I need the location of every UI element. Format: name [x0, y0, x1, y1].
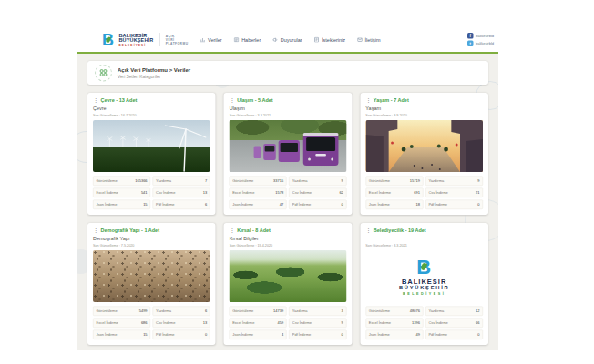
category-card-yasam[interactable]: ⋮ Yaşam - 7 Adet Yaşam Son Güncelleme : …: [360, 93, 488, 215]
platform-line3: PLATFORMU: [166, 42, 189, 46]
nav-item-istekleriniz[interactable]: İstekleriniz: [314, 37, 345, 43]
facebook-link[interactable]: f balikesirbld: [467, 33, 494, 39]
crowd-image: [93, 250, 210, 302]
stat-csv: Csv İndirme13: [153, 318, 210, 329]
kebab-menu-icon[interactable]: ⋮: [93, 97, 98, 103]
city-street-image: [365, 120, 483, 172]
stat-yazdirma: Yazdırma9: [289, 177, 346, 187]
category-card-demografik[interactable]: ⋮ Demografik Yapı - 1 Adet Demografik Ya…: [87, 223, 216, 345]
nav-label: İletişim: [365, 37, 381, 43]
kebab-menu-icon[interactable]: ⋮: [365, 228, 371, 233]
nav-label: Haberler: [241, 37, 261, 43]
categories-grid-icon: [95, 65, 112, 82]
stat-excel: Excel İndirme1578: [230, 188, 287, 198]
wind-turbines-graphic: [93, 120, 210, 172]
municipality-logo-image: B BALIKESİR BÜYÜKŞEHİR BELEDİYESİ: [365, 250, 483, 302]
stat-goruntuleme: Görüntüleme15719: [365, 177, 423, 187]
twitter-link[interactable]: t balikesirbld: [467, 41, 494, 47]
card-stats: Görüntüleme5499 Yazdırma6 Excel İndirme6…: [93, 307, 210, 340]
twitter-handle: balikesirbld: [476, 42, 494, 46]
card-stats: Görüntüleme15719 Yazdırma9 Excel İndirme…: [365, 177, 483, 210]
nav-item-iletisim[interactable]: İletişim: [357, 37, 381, 43]
stat-json: Json İndirme18: [365, 200, 423, 210]
card-title[interactable]: Yaşam - 7 Adet: [374, 97, 409, 103]
buses-graphic: [230, 120, 347, 172]
stat-csv: Csv İndirme13: [153, 188, 210, 198]
stat-json: Json İndirme15: [93, 200, 150, 210]
category-card-ulasim[interactable]: ⋮ Ulaşım - 5 Adet Ulaşım Son Güncelleme …: [224, 93, 353, 215]
category-card-cevre[interactable]: ⋮ Çevre - 13 Adet Çevre Son Güncelleme :…: [87, 93, 216, 215]
site-logo[interactable]: B BALIKESİR BÜYÜKŞEHİR BELEDİYESİ AÇIK V…: [102, 32, 189, 48]
stat-goruntuleme: Görüntüleme33715: [230, 177, 287, 187]
stat-pdf: Pdf İndirme6: [153, 200, 210, 210]
stat-yazdirma: Yazdırma7: [153, 177, 210, 187]
card-updated: Son Güncelleme : 3.3.2021: [365, 243, 483, 248]
contact-icon: [357, 37, 363, 43]
card-subtitle: [365, 236, 483, 242]
facebook-icon: f: [467, 33, 474, 39]
logo-image-line3: BELEDİYESİ: [403, 291, 446, 296]
category-card-belediyecilik[interactable]: ⋮ Belediyecilik - 19 Adet Son Güncelleme…: [360, 223, 488, 345]
logo-text: BALIKESİR BÜYÜKŞEHİR BELEDİYESİ: [119, 33, 154, 46]
card-subtitle: Yaşam: [365, 106, 483, 112]
news-icon: [234, 37, 240, 43]
card-subtitle: Demografik Yapı: [93, 236, 210, 242]
nav-label: Duyurular: [281, 37, 302, 43]
stat-pdf: Pdf İndirme0: [425, 330, 483, 340]
card-updated: Son Güncelleme : 15.4.2020: [230, 243, 347, 248]
stat-pdf: Pdf İndirme0: [425, 200, 483, 210]
card-title[interactable]: Kırsal - 8 Adet: [237, 228, 271, 233]
stat-goruntuleme: Görüntüleme48076: [365, 307, 423, 317]
page-body: Açık Veri Platformu > Veriler Veri Setle…: [77, 54, 498, 350]
logo-divider: [159, 33, 160, 46]
card-stats: Görüntüleme48076 Yazdırma12 Excel İndirm…: [365, 307, 483, 340]
buses-image: [230, 120, 347, 172]
nav-item-haberler[interactable]: Haberler: [234, 37, 261, 43]
card-title[interactable]: Demografik Yapı - 1 Adet: [101, 228, 159, 233]
kebab-menu-icon[interactable]: ⋮: [230, 228, 235, 233]
nav-item-duyurular[interactable]: Duyurular: [272, 37, 302, 43]
stat-excel: Excel İndirme686: [93, 318, 150, 329]
facebook-handle: balikesirbld: [476, 34, 494, 38]
logo-image-line1: BALIKESİR: [402, 278, 446, 285]
site-container: B BALIKESİR BÜYÜKŞEHİR BELEDİYESİ AÇIK V…: [77, 27, 498, 350]
wind-turbines-image: [93, 120, 210, 172]
platform-title: AÇIK VERİ PLATFORMU: [166, 34, 189, 45]
stat-goruntuleme: Görüntüleme5499: [93, 307, 150, 317]
card-updated: Son Güncelleme : 9.9.2020: [365, 113, 483, 117]
stat-yazdirma: Yazdırma9: [425, 177, 483, 187]
balikesir-logo-icon: B: [416, 257, 432, 277]
announcements-icon: [272, 37, 278, 43]
stat-goruntuleme: Görüntüleme165366: [93, 177, 150, 187]
card-updated: Son Güncelleme : 7.5.2020: [93, 243, 210, 248]
stat-pdf: Pdf İndirme0: [153, 330, 210, 340]
kebab-menu-icon[interactable]: ⋮: [365, 97, 371, 103]
card-title[interactable]: Belediyecilik - 19 Adet: [374, 228, 426, 233]
twitter-icon: t: [467, 41, 474, 47]
stat-goruntuleme: Görüntüleme14739: [230, 307, 287, 317]
stat-yazdirma: Yazdırma3: [289, 307, 346, 317]
kebab-menu-icon[interactable]: ⋮: [230, 97, 235, 103]
requests-icon: [314, 37, 320, 43]
card-subtitle: Kırsal Bilgiler: [230, 236, 347, 242]
logo-name-line3: BELEDİYESİ: [119, 44, 154, 46]
stat-yazdirma: Yazdırma12: [425, 307, 483, 317]
data-icon: [200, 37, 206, 43]
breadcrumb: Açık Veri Platformu > Veriler: [118, 66, 190, 73]
kebab-menu-icon[interactable]: ⋮: [93, 228, 98, 233]
card-title[interactable]: Çevre - 13 Adet: [101, 97, 138, 103]
stat-json: Json İndirme49: [365, 330, 423, 340]
card-title[interactable]: Ulaşım - 5 Adet: [237, 97, 273, 103]
stat-pdf: Pdf İndirme0: [289, 200, 346, 210]
stat-json: Json İndirme47: [230, 200, 287, 210]
category-card-kirsal[interactable]: ⋮ Kırsal - 8 Adet Kırsal Bilgiler Son Gü…: [224, 223, 353, 345]
nav-item-veriler[interactable]: Veriler: [200, 37, 222, 43]
card-subtitle: Çevre: [93, 106, 210, 112]
nav-label: Veriler: [208, 37, 222, 43]
logo-image-line2: BÜYÜKŞEHİR: [399, 285, 450, 291]
nav-label: İstekleriniz: [322, 37, 345, 43]
stat-csv: Csv İndirme9: [289, 318, 346, 329]
stat-yazdirma: Yazdırma6: [153, 307, 210, 317]
rural-landscape-image: [230, 250, 347, 302]
breadcrumb-card: Açık Veri Platformu > Veriler Veri Setle…: [87, 61, 488, 85]
